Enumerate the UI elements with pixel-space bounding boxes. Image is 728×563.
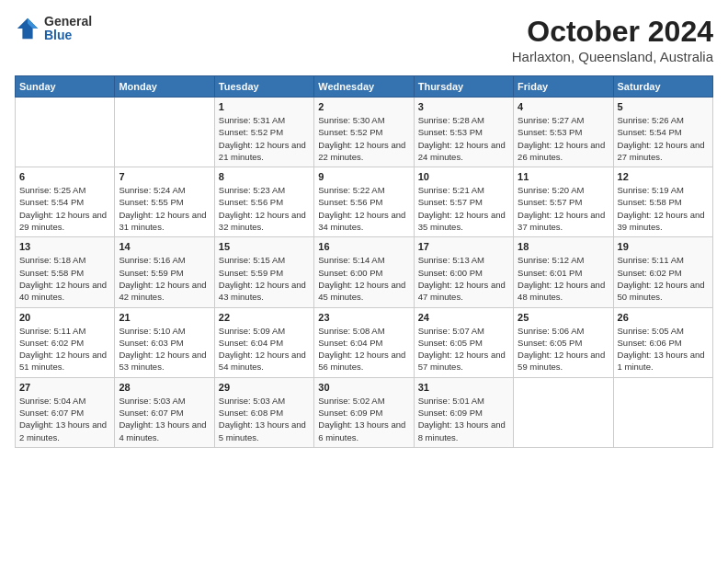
logo-icon: [15, 16, 40, 41]
day-number: 31: [418, 382, 509, 393]
calendar-cell: 3Sunrise: 5:28 AM Sunset: 5:53 PM Daylig…: [414, 98, 513, 167]
day-number: 19: [618, 241, 709, 252]
day-detail: Sunrise: 5:06 AM Sunset: 6:05 PM Dayligh…: [518, 325, 609, 373]
calendar-week-row: 13Sunrise: 5:18 AM Sunset: 5:58 PM Dayli…: [16, 237, 713, 307]
day-detail: Sunrise: 5:01 AM Sunset: 6:09 PM Dayligh…: [418, 395, 509, 443]
day-number: 27: [19, 382, 110, 393]
day-detail: Sunrise: 5:04 AM Sunset: 6:07 PM Dayligh…: [19, 395, 110, 443]
day-detail: Sunrise: 5:03 AM Sunset: 6:07 PM Dayligh…: [119, 395, 210, 443]
day-number: 22: [219, 312, 310, 323]
calendar-cell: 29Sunrise: 5:03 AM Sunset: 6:08 PM Dayli…: [214, 377, 313, 447]
day-detail: Sunrise: 5:09 AM Sunset: 6:04 PM Dayligh…: [219, 325, 310, 373]
day-number: 2: [318, 101, 409, 112]
weekday-header: Thursday: [414, 76, 513, 98]
calendar-table: SundayMondayTuesdayWednesdayThursdayFrid…: [15, 75, 713, 448]
day-number: 16: [318, 241, 409, 252]
calendar-cell: [514, 377, 613, 447]
day-number: 6: [19, 171, 110, 182]
day-detail: Sunrise: 5:15 AM Sunset: 5:59 PM Dayligh…: [219, 254, 310, 303]
day-number: 26: [618, 312, 709, 323]
day-detail: Sunrise: 5:19 AM Sunset: 5:58 PM Dayligh…: [618, 184, 709, 233]
day-detail: Sunrise: 5:03 AM Sunset: 6:08 PM Dayligh…: [219, 395, 310, 443]
weekday-header: Tuesday: [214, 76, 313, 98]
day-number: 28: [119, 382, 210, 393]
day-number: 25: [518, 312, 609, 323]
day-detail: Sunrise: 5:20 AM Sunset: 5:57 PM Dayligh…: [518, 184, 609, 233]
day-number: 11: [518, 171, 609, 182]
day-number: 3: [418, 101, 509, 112]
day-number: 18: [518, 241, 609, 252]
day-detail: Sunrise: 5:11 AM Sunset: 6:02 PM Dayligh…: [19, 325, 110, 373]
calendar-cell: 12Sunrise: 5:19 AM Sunset: 5:58 PM Dayli…: [613, 167, 712, 237]
calendar-cell: 6Sunrise: 5:25 AM Sunset: 5:54 PM Daylig…: [16, 167, 115, 237]
calendar-cell: 2Sunrise: 5:30 AM Sunset: 5:52 PM Daylig…: [314, 98, 414, 167]
day-detail: Sunrise: 5:08 AM Sunset: 6:04 PM Dayligh…: [318, 325, 409, 373]
calendar-cell: 21Sunrise: 5:10 AM Sunset: 6:03 PM Dayli…: [115, 307, 214, 377]
calendar-week-row: 6Sunrise: 5:25 AM Sunset: 5:54 PM Daylig…: [16, 167, 713, 237]
day-detail: Sunrise: 5:23 AM Sunset: 5:56 PM Dayligh…: [219, 184, 310, 233]
day-number: 9: [318, 171, 409, 182]
day-detail: Sunrise: 5:12 AM Sunset: 6:01 PM Dayligh…: [518, 254, 609, 303]
day-number: 13: [19, 241, 110, 252]
calendar-cell: 24Sunrise: 5:07 AM Sunset: 6:05 PM Dayli…: [414, 307, 513, 377]
day-number: 14: [119, 241, 210, 252]
day-number: 23: [318, 312, 409, 323]
day-number: 1: [219, 101, 310, 112]
calendar-cell: 16Sunrise: 5:14 AM Sunset: 6:00 PM Dayli…: [314, 237, 414, 307]
logo-general: General: [44, 15, 92, 29]
day-detail: Sunrise: 5:31 AM Sunset: 5:52 PM Dayligh…: [219, 114, 310, 163]
calendar-cell: 30Sunrise: 5:02 AM Sunset: 6:09 PM Dayli…: [314, 377, 414, 447]
calendar-cell: 15Sunrise: 5:15 AM Sunset: 5:59 PM Dayli…: [214, 237, 313, 307]
weekday-header-row: SundayMondayTuesdayWednesdayThursdayFrid…: [16, 76, 713, 98]
day-number: 24: [418, 312, 509, 323]
calendar-week-row: 27Sunrise: 5:04 AM Sunset: 6:07 PM Dayli…: [16, 377, 713, 447]
calendar-cell: 18Sunrise: 5:12 AM Sunset: 6:01 PM Dayli…: [514, 237, 613, 307]
day-detail: Sunrise: 5:24 AM Sunset: 5:55 PM Dayligh…: [119, 184, 210, 233]
day-detail: Sunrise: 5:16 AM Sunset: 5:59 PM Dayligh…: [119, 254, 210, 303]
title-block: October 2024 Harlaxton, Queensland, Aust…: [512, 15, 713, 64]
day-number: 15: [219, 241, 310, 252]
calendar-cell: [16, 98, 115, 167]
day-detail: Sunrise: 5:26 AM Sunset: 5:54 PM Dayligh…: [618, 114, 709, 163]
day-detail: Sunrise: 5:13 AM Sunset: 6:00 PM Dayligh…: [418, 254, 509, 303]
day-number: 8: [219, 171, 310, 182]
calendar-cell: 31Sunrise: 5:01 AM Sunset: 6:09 PM Dayli…: [414, 377, 513, 447]
weekday-header: Monday: [115, 76, 214, 98]
day-detail: Sunrise: 5:18 AM Sunset: 5:58 PM Dayligh…: [19, 254, 110, 303]
calendar-week-row: 20Sunrise: 5:11 AM Sunset: 6:02 PM Dayli…: [16, 307, 713, 377]
day-number: 12: [618, 171, 709, 182]
day-number: 21: [119, 312, 210, 323]
calendar-cell: 13Sunrise: 5:18 AM Sunset: 5:58 PM Dayli…: [16, 237, 115, 307]
weekday-header: Friday: [514, 76, 613, 98]
calendar-cell: 8Sunrise: 5:23 AM Sunset: 5:56 PM Daylig…: [214, 167, 313, 237]
day-number: 29: [219, 382, 310, 393]
calendar-cell: 4Sunrise: 5:27 AM Sunset: 5:53 PM Daylig…: [514, 98, 613, 167]
calendar-cell: 26Sunrise: 5:05 AM Sunset: 6:06 PM Dayli…: [613, 307, 712, 377]
calendar-cell: 25Sunrise: 5:06 AM Sunset: 6:05 PM Dayli…: [514, 307, 613, 377]
day-detail: Sunrise: 5:22 AM Sunset: 5:56 PM Dayligh…: [318, 184, 409, 233]
weekday-header: Sunday: [16, 76, 115, 98]
logo-text: General Blue: [44, 15, 92, 43]
logo-blue: Blue: [44, 29, 92, 42]
day-detail: Sunrise: 5:07 AM Sunset: 6:05 PM Dayligh…: [418, 325, 509, 373]
day-number: 17: [418, 241, 509, 252]
page-header: General Blue October 2024 Harlaxton, Que…: [15, 15, 713, 64]
day-number: 10: [418, 171, 509, 182]
calendar-cell: 1Sunrise: 5:31 AM Sunset: 5:52 PM Daylig…: [214, 98, 313, 167]
logo: General Blue: [15, 15, 92, 43]
calendar-cell: 23Sunrise: 5:08 AM Sunset: 6:04 PM Dayli…: [314, 307, 414, 377]
calendar-cell: 14Sunrise: 5:16 AM Sunset: 5:59 PM Dayli…: [115, 237, 214, 307]
day-detail: Sunrise: 5:10 AM Sunset: 6:03 PM Dayligh…: [119, 325, 210, 373]
day-number: 5: [618, 101, 709, 112]
day-detail: Sunrise: 5:25 AM Sunset: 5:54 PM Dayligh…: [19, 184, 110, 233]
day-detail: Sunrise: 5:11 AM Sunset: 6:02 PM Dayligh…: [618, 254, 709, 303]
calendar-cell: 28Sunrise: 5:03 AM Sunset: 6:07 PM Dayli…: [115, 377, 214, 447]
calendar-cell: 5Sunrise: 5:26 AM Sunset: 5:54 PM Daylig…: [613, 98, 712, 167]
calendar-cell: 17Sunrise: 5:13 AM Sunset: 6:00 PM Dayli…: [414, 237, 513, 307]
day-detail: Sunrise: 5:02 AM Sunset: 6:09 PM Dayligh…: [318, 395, 409, 443]
day-detail: Sunrise: 5:14 AM Sunset: 6:00 PM Dayligh…: [318, 254, 409, 303]
calendar-cell: 19Sunrise: 5:11 AM Sunset: 6:02 PM Dayli…: [613, 237, 712, 307]
day-detail: Sunrise: 5:05 AM Sunset: 6:06 PM Dayligh…: [618, 325, 709, 373]
day-number: 20: [19, 312, 110, 323]
day-number: 30: [318, 382, 409, 393]
